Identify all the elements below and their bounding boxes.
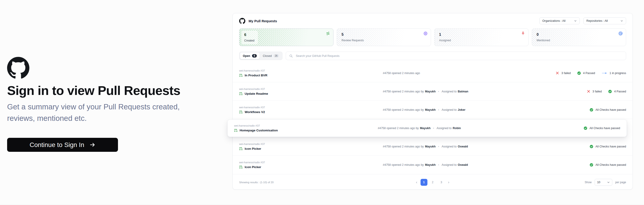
search-box[interactable] (286, 52, 626, 60)
pr-row[interactable]: wei-harness/radix #37 Icon Picker #4758 … (233, 137, 632, 156)
stat-label: Mentioned (536, 39, 550, 42)
check-status: 3 failed (556, 71, 570, 75)
stat-label: Review Requests (342, 39, 364, 42)
organizations-filter[interactable]: Organizations : All (539, 17, 580, 24)
pr-status-group: 3 failed 4 Passed (587, 90, 626, 93)
pr-assignee: Batman (458, 90, 468, 93)
stat-card[interactable]: 6 Created (239, 28, 334, 46)
repositories-filter[interactable]: Repositories : All (584, 17, 626, 24)
pr-meta-text: #4758 opened 2 minutes ago by (383, 90, 424, 93)
pr-row[interactable]: wei-harness/radix #37 In Product BVR #47… (233, 64, 632, 82)
check-status: All Checks have passed (590, 145, 626, 148)
git-compare-icon (326, 31, 330, 35)
git-pull-request-icon (234, 129, 238, 132)
check-status-label: All Checks have passed (590, 127, 620, 130)
page-button[interactable]: 3 (438, 179, 445, 186)
pr-repo: wei-harness/radix #37 (239, 143, 383, 145)
state-tabs: Open 6 Closed 26 (239, 52, 282, 60)
pr-row[interactable]: wei-harness/radix #37 Homepage Customisa… (228, 119, 627, 137)
pr-row[interactable]: wei-harness/radix #37 Update Readme #475… (233, 82, 632, 101)
pr-list: wei-harness/radix #37 In Product BVR #47… (233, 64, 632, 174)
pr-title: Icon Picker (245, 165, 261, 169)
pr-repo: wei-harness/radix #37 (239, 106, 383, 109)
git-pull-request-icon (239, 165, 242, 169)
toolbar: Open 6 Closed 26 (233, 52, 632, 60)
eye-icon (424, 31, 428, 35)
stat-card[interactable]: 5 Review Requests (337, 28, 431, 46)
next-page-button[interactable]: › (446, 180, 451, 185)
stats-row: 6 Created 5 Review Requests 1 Assigned (233, 28, 632, 46)
check-status-label: All Checks have passed (596, 108, 626, 111)
git-pull-request-icon (239, 147, 242, 150)
pr-row[interactable]: wei-harness/radix #37 Icon Picker #4758 … (233, 156, 632, 174)
check-status: 4 Passed (608, 90, 626, 93)
pr-row-main: wei-harness/radix #37 Homepage Customisa… (234, 124, 378, 132)
continue-signin-button[interactable]: Continue to Sign In (7, 138, 118, 152)
pr-meta: #4758 opened 2 minutes ago by Mayukh Ass… (383, 163, 590, 167)
github-logo-icon (7, 57, 30, 79)
page-button[interactable]: 1 (420, 179, 427, 186)
tab-closed[interactable]: Closed 26 (260, 52, 282, 59)
pr-repo: wei-harness/radix #37 (239, 161, 383, 164)
stat-label: Assigned (439, 39, 451, 42)
page-button[interactable]: 2 (429, 179, 436, 186)
pagination: ‹ 123 › (414, 179, 450, 186)
pr-row[interactable]: wei-harness/radix #37 Workflows V2 #4758… (233, 101, 632, 119)
pr-meta-text: #4758 opened 2 minutes ago by (383, 108, 424, 111)
dot-separator (438, 146, 439, 147)
assigned-to-label: Assigned to (442, 145, 456, 148)
pr-row-main: wei-harness/radix #37 In Product BVR (239, 69, 383, 77)
check-status-label: 1 in progress (610, 72, 626, 75)
pr-author: Mayukh (425, 163, 436, 167)
chevron-down-icon (574, 19, 577, 22)
signin-title: Sign in to view Pull Requests (7, 83, 198, 98)
pr-status-group: All Checks have passed (590, 145, 626, 148)
pr-meta: #4758 opened 2 minutes ago by Mayukh Ass… (383, 108, 590, 111)
pr-repo: wei-harness/radix #37 (239, 69, 383, 72)
stat-card[interactable]: 1 Assigned (434, 28, 528, 46)
tab-open[interactable]: Open 6 (240, 52, 260, 59)
page-size-select[interactable]: 10 (595, 179, 612, 186)
results-summary: Showing results : (1-10) of 20 (239, 181, 274, 184)
check-status-label: All Checks have passed (596, 163, 626, 167)
pr-meta: #4758 opened 2 minutes ago by Mayukh Ass… (383, 145, 590, 148)
pr-status-group: All Checks have passed (590, 163, 626, 167)
pr-meta-text: #4758 opened 2 minutes ago by (378, 127, 419, 130)
repositories-filter-label: Repositories : All (586, 19, 608, 22)
passed-check-icon (577, 71, 581, 75)
per-page-label: per page (615, 181, 626, 184)
continue-signin-label: Continue to Sign In (30, 141, 84, 149)
check-status-label: 4 Passed (614, 90, 626, 93)
check-status: All Checks have passed (590, 108, 626, 112)
pr-title: In Product BVR (245, 74, 268, 77)
chevron-down-icon (620, 19, 623, 22)
check-status-label: 3 failed (592, 90, 602, 93)
pr-meta: #4758 opened 2 minutes ago by Mayukh Ass… (383, 90, 587, 93)
assigned-to-label: Assigned to (442, 90, 456, 93)
check-status: All Checks have passed (584, 126, 620, 130)
pr-meta: #4758 opened 2 minutes ago (383, 72, 556, 75)
github-logo-icon (239, 18, 245, 24)
git-pull-request-icon (239, 74, 242, 77)
check-status-label: All Checks have passed (596, 145, 626, 148)
in-progress-dots-icon (602, 72, 607, 74)
panel-footer: Showing results : (1-10) of 20 ‹ 123 › S… (233, 174, 632, 190)
page-size-value: 10 (597, 181, 600, 184)
pr-title: Icon Picker (245, 147, 261, 150)
prev-page-button[interactable]: ‹ (414, 180, 418, 185)
check-status: 1 in progress (602, 72, 626, 75)
tab-label: Open (243, 54, 250, 58)
pr-meta-text: #4758 opened 2 minutes ago by (383, 145, 424, 148)
pr-row-main: wei-harness/radix #37 Workflows V2 (239, 106, 383, 114)
stat-card[interactable]: 0 Mentioned (532, 28, 626, 46)
pr-repo: wei-harness/radix #37 (239, 88, 383, 90)
signin-panel: Sign in to view Pull Requests Get a summ… (7, 57, 198, 152)
dot-separator (438, 164, 439, 165)
search-input[interactable] (296, 54, 623, 58)
assigned-to-label: Assigned to (442, 163, 456, 167)
dot-separator (438, 91, 439, 92)
stat-card-body: 6 Created (242, 31, 258, 44)
passed-check-icon (590, 108, 593, 112)
assigned-to-label: Assigned to (442, 108, 456, 111)
dot-separator (438, 109, 439, 110)
